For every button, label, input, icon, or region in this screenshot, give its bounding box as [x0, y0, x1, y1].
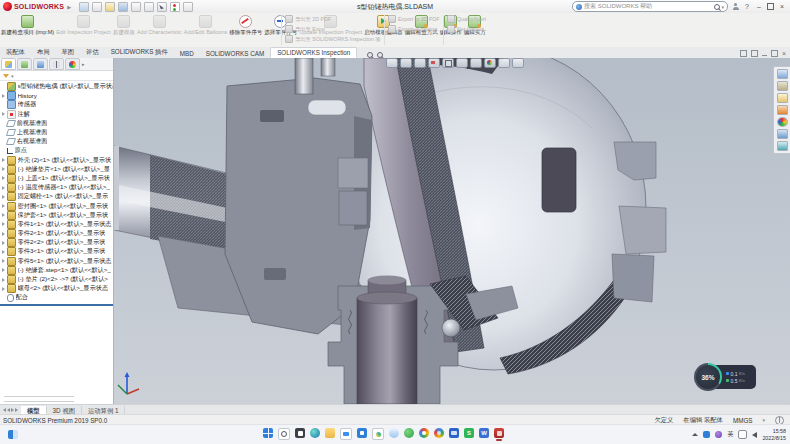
taskpane-tab-icon[interactable] — [777, 129, 788, 139]
ribbon-button[interactable]: Add/Edit Balloons — [183, 13, 228, 47]
tree-item[interactable]: 传感器 — [0, 100, 113, 109]
ribbon-button[interactable]: Edit Inspection Project — [55, 13, 112, 47]
taskbar-app-icon[interactable] — [310, 428, 320, 438]
save-icon[interactable] — [118, 2, 128, 12]
taskbar-app-icon[interactable] — [357, 428, 367, 438]
touch-keyboard-icon[interactable] — [738, 430, 747, 439]
taskbar-app-icon[interactable] — [449, 428, 459, 438]
tab-scroll-arrows[interactable] — [0, 408, 21, 412]
headsup-icon[interactable] — [498, 58, 510, 68]
taskpane-tab-icon[interactable] — [777, 117, 788, 127]
expand-arrow-icon[interactable] — [2, 222, 5, 226]
taskbar-app-icon[interactable] — [404, 428, 414, 438]
ribbon-tab[interactable]: SOLIDWORKS 插件 — [105, 47, 174, 58]
taskbar-app-icon[interactable] — [494, 428, 504, 438]
ribbon-tab[interactable]: 草图 — [55, 47, 80, 58]
taskbar-app-icon[interactable] — [372, 428, 384, 440]
taskbar-app-icon[interactable] — [325, 428, 335, 438]
units-selector[interactable]: MMGS — [733, 417, 753, 424]
ime-indicator[interactable]: 英 — [727, 430, 733, 439]
expand-arrow-icon[interactable] — [2, 250, 5, 254]
tree-item[interactable]: 配合 — [0, 293, 113, 302]
doc-cascade-icon[interactable] — [751, 50, 758, 57]
taskbar-app-icon[interactable] — [295, 428, 305, 438]
ribbon-tab[interactable]: 评估 — [80, 47, 105, 58]
help-button[interactable]: ? — [743, 2, 751, 11]
doc-minimize-icon[interactable] — [762, 55, 767, 56]
expand-arrow-icon[interactable] — [2, 186, 5, 190]
headsup-icon[interactable] — [484, 58, 496, 68]
tree-item[interactable]: 前视基准面 — [0, 119, 113, 128]
memory-usage-ball[interactable]: 36% — [694, 363, 722, 391]
taskbar-app-icon[interactable] — [278, 428, 290, 440]
user-account-icon[interactable] — [732, 3, 739, 10]
taskpane-tab-icon[interactable] — [777, 93, 788, 103]
ribbon-tab[interactable]: SOLIDWORKS CAM — [200, 49, 270, 58]
tree-item[interactable]: 零件2<2> (默认<<默认>_显示状 — [0, 238, 113, 247]
tree-item[interactable]: 零件3<1> (默认<<默认>_显示状 — [0, 247, 113, 256]
tree-item[interactable]: (-) 绝缘垫片<1> (默认<<默认>_显 — [0, 165, 113, 174]
select-icon[interactable] — [157, 2, 167, 12]
tab-configuration-manager[interactable] — [33, 58, 48, 70]
headsup-icon[interactable] — [442, 58, 454, 68]
floating-monitor-ball[interactable]: 0.1K/s 0.5K/s 36% — [694, 363, 758, 391]
headsup-icon[interactable] — [428, 58, 440, 68]
taskbar-app-icon[interactable] — [340, 428, 352, 440]
tree-item[interactable]: 密封圈<1> (默认<<默认>_显示状 — [0, 201, 113, 210]
menu-expand-arrow-icon[interactable]: ▶ — [67, 4, 71, 10]
close-button[interactable]: × — [778, 2, 786, 11]
widgets-icon[interactable] — [8, 430, 18, 439]
taskpane-tab-icon[interactable] — [777, 105, 788, 115]
restore-button[interactable] — [767, 3, 774, 10]
headsup-icon[interactable] — [470, 58, 482, 68]
tree-item[interactable]: 原点 — [0, 146, 113, 155]
print-icon[interactable] — [131, 2, 141, 12]
options-gear-icon[interactable] — [183, 2, 193, 12]
doc-close-icon[interactable]: × — [782, 51, 786, 57]
taskbar-app-icon[interactable] — [419, 428, 429, 438]
ribbon-tab[interactable]: 装配体 — [0, 47, 31, 58]
export-button[interactable]: Net-Inspect — [447, 25, 503, 33]
expand-arrow-icon[interactable] — [2, 176, 5, 180]
ribbon-button[interactable]: 新建模板 — [112, 13, 136, 47]
panel-scrollbar[interactable] — [4, 396, 74, 402]
tab-display-manager[interactable] — [65, 58, 80, 70]
expand-arrow-icon[interactable] — [2, 287, 5, 291]
headsup-icon[interactable] — [414, 58, 426, 68]
export-button[interactable]: 导出至 2D PDF — [285, 15, 381, 23]
expand-arrow-icon[interactable] — [2, 241, 5, 245]
tree-item[interactable]: 上视基准面 — [0, 128, 113, 137]
tree-item[interactable]: 零件5<1> (默认<<默认>_显示状态 — [0, 257, 113, 266]
taskbar-app-icon[interactable]: S — [464, 428, 474, 438]
expand-arrow-icon[interactable] — [2, 195, 5, 199]
search-icon[interactable] — [714, 4, 720, 10]
export-button[interactable]: Export eDrawing — [388, 25, 440, 33]
expand-arrow-icon[interactable] — [2, 268, 5, 272]
tree-filter[interactable]: ▾ — [0, 71, 113, 81]
doc-restore-icon[interactable] — [740, 50, 747, 57]
taskpane-tab-icon[interactable] — [777, 141, 788, 151]
ribbon-button[interactable]: Add Characteristic — [136, 13, 183, 47]
graphics-viewport[interactable]: 0.1K/s 0.5K/s 36% — [114, 58, 790, 404]
tree-item[interactable]: (-) 上盖<1> (默认<<默认>_显示状 — [0, 174, 113, 183]
tree-item[interactable]: History — [0, 91, 113, 100]
tree-item[interactable]: 注解 — [0, 110, 113, 119]
tree-item[interactable]: 右视基准面 — [0, 137, 113, 146]
tray-shield-icon[interactable] — [715, 431, 722, 438]
tree-item[interactable]: s型铂铑热电偶 (默认<默认_显示状态-1 — [0, 82, 113, 91]
expand-arrow-icon[interactable] — [2, 158, 5, 162]
search-input[interactable]: 搜索 SOLIDWORKS 帮助 ▾ — [572, 1, 728, 12]
ribbon-tab[interactable]: SOLIDWORKS Inspection — [270, 47, 357, 58]
filter-dropdown-icon[interactable]: ▾ — [11, 73, 14, 79]
expand-arrow-icon[interactable] — [2, 204, 5, 208]
tree-item[interactable]: 外壳 (2)<1> (默认<<默认>_显示状 — [0, 156, 113, 165]
taskbar-app-icon[interactable] — [389, 428, 399, 438]
export-button[interactable]: 导出至 Excel — [285, 25, 381, 33]
export-button[interactable]: Export to 3D PDF — [388, 15, 440, 23]
expand-arrow-icon[interactable] — [2, 278, 5, 282]
headsup-icon[interactable] — [400, 58, 412, 68]
headsup-icon[interactable] — [456, 58, 468, 68]
tree-item[interactable]: 螺母<2> (默认<<默认>_显示状态 — [0, 284, 113, 293]
tree-item[interactable]: (-) 垫片 (2)<2> ->? (默认<<默认> — [0, 275, 113, 284]
tray-app-icon[interactable] — [703, 431, 710, 438]
